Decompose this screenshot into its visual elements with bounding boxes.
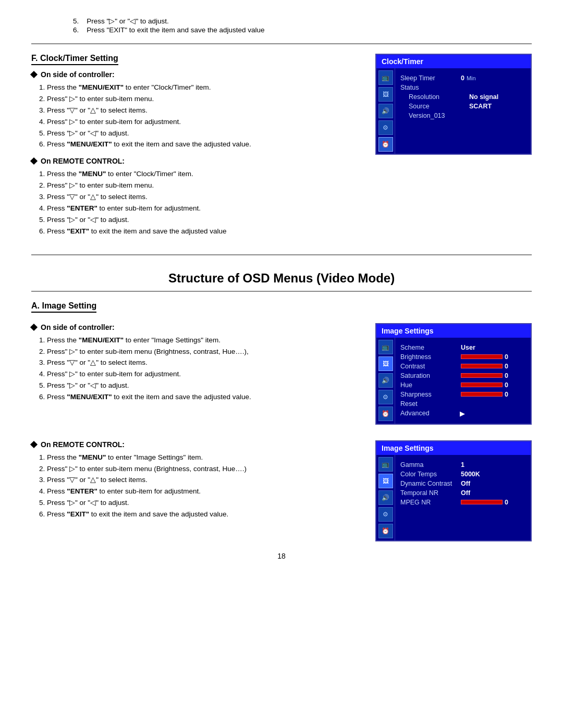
diamond-icon [30, 71, 38, 78]
mpegnr-bar [461, 500, 503, 504]
osd-clock-header: Clock/Timer [376, 55, 531, 68]
osd-icon-clock[interactable]: ⏰ [378, 137, 393, 152]
img-rem-step-2: Press" ▷" to enter sub-item menu (Bright… [47, 464, 360, 474]
image-ctrl-header: On side of controller: [31, 323, 360, 331]
osd-clock-content: Sleep Timer 0 Min Status Resolution No s… [395, 68, 531, 154]
osd-reset-row: Reset [400, 400, 525, 408]
osd-icon-audio2[interactable]: 🔊 [378, 373, 393, 388]
osd-image2-content: Gamma 1 Color Temps 5000K Dynamic Contra… [395, 455, 531, 540]
clock-timer-title: F. Clock/Timer Setting [31, 54, 118, 65]
osd-image1-content: Scheme User Brightness 0 Contrast 0 [395, 338, 531, 424]
remote-header: On REMOTE CONTROL: [31, 157, 360, 165]
osd-icon-clock2[interactable]: ⏰ [378, 406, 393, 421]
osd-temporalnr-row: Temporal NR Off [400, 489, 525, 497]
osd-sidebar: 📺 🖼 🔊 ⚙ ⏰ [376, 68, 395, 154]
video-mode-title: Structure of OSD Menus (Video Mode) [31, 271, 532, 286]
img-ctrl-step-5: Press "▷" or "◁" to adjust. [47, 381, 360, 391]
image-ctrl-row: On side of controller: Press the "MENU/E… [31, 323, 532, 425]
image-osd2: Image Settings 📺 🖼 🔊 ⚙ ⏰ Gamma 1 [375, 440, 532, 541]
osd-brightness-row: Brightness 0 [400, 353, 525, 361]
saturation-bar [461, 373, 503, 378]
clock-timer-section: F. Clock/Timer Setting On side of contro… [31, 54, 532, 242]
contrast-bar [461, 364, 503, 368]
osd-icon-img[interactable]: 🖼 [378, 87, 393, 102]
img-rem-step-5: Press "▷" or "◁" to adjust. [47, 498, 360, 508]
osd-advanced-row: Advanced ▶ [400, 410, 525, 417]
osd-colortemps-row: Color Temps 5000K [400, 471, 525, 478]
osd-icon-setup[interactable]: ⚙ [378, 120, 393, 135]
rem-step-6: Press "EXIT" to exit the item and save t… [47, 227, 360, 237]
osd-icon-clock3[interactable]: ⏰ [378, 524, 393, 538]
ctrl-step-2: Press" ▷" to enter sub-item menu. [47, 94, 360, 104]
top-step6: 6. Press "EXIT" to exit the item and sav… [73, 26, 532, 34]
image-remote-header: On REMOTE CONTROL: [31, 440, 360, 449]
osd-icon-tv[interactable]: 📺 [378, 70, 393, 85]
page-number: 18 [31, 552, 532, 560]
image-ctrl-steps-list: Press the "MENU/EXIT" to enter "Image Se… [47, 336, 360, 402]
brightness-bar [461, 354, 503, 359]
image-remote-steps-list: Press the "MENU" to enter "Image Setting… [47, 453, 360, 520]
osd-image1-header: Image Settings [376, 324, 531, 338]
osd-gamma-row: Gamma 1 [400, 461, 525, 468]
osd-dyncontrast-row: Dynamic Contrast Off [400, 480, 525, 487]
top-instructions: 5. Press "▷" or "◁" to adjust. 6. Press … [31, 17, 532, 34]
osd-icon-tv3[interactable]: 📺 [378, 457, 393, 472]
img-ctrl-step-6: Press "MENU/EXIT" to exit the item and s… [47, 392, 360, 402]
image-setting-section: A. Image Setting On side of controller: … [31, 301, 532, 541]
remote-steps-list: Press the "MENU" to enter "Clock/Timer" … [47, 169, 360, 236]
rem-step-5: Press "▷" or "◁" to adjust. [47, 215, 360, 225]
osd-image2-body: 📺 🖼 🔊 ⚙ ⏰ Gamma 1 Color Temps 50 [376, 455, 531, 540]
osd-saturation-row: Saturation 0 [400, 372, 525, 379]
image-remote-left: On REMOTE CONTROL: Press the "MENU" to e… [31, 440, 360, 525]
image-remote-row: On REMOTE CONTROL: Press the "MENU" to e… [31, 440, 532, 541]
osd-icon-audio3[interactable]: 🔊 [378, 490, 393, 505]
osd-icon-img2[interactable]: 🖼 [378, 356, 393, 371]
osd-scheme-row: Scheme User [400, 344, 525, 351]
video-mode-divider2 [31, 291, 532, 292]
osd-icon-img3[interactable]: 🖼 [378, 474, 393, 488]
diamond-icon-2 [30, 157, 38, 165]
osd-status-details: Resolution No signal Source SCART Versio… [400, 93, 525, 119]
img-rem-step-3: Press "▽" or "△" to select items. [47, 475, 360, 485]
controller-steps-list: Press the "MENU/EXIT" to enter "Clock/Ti… [47, 83, 360, 150]
clock-timer-left: F. Clock/Timer Setting On side of contro… [31, 54, 360, 242]
osd-image1-box: Image Settings 📺 🖼 🔊 ⚙ ⏰ Scheme User [375, 323, 532, 425]
image-osd1: Image Settings 📺 🖼 🔊 ⚙ ⏰ Scheme User [375, 323, 532, 425]
osd-image1-body: 📺 🖼 🔊 ⚙ ⏰ Scheme User Brightness [376, 338, 531, 424]
img-rem-step-6: Press "EXIT" to exit the item and save t… [47, 510, 360, 520]
ctrl-step-5: Press "▷" or "◁" to adjust. [47, 129, 360, 139]
osd-icon-setup3[interactable]: ⚙ [378, 507, 393, 522]
ctrl-step-4: Press" ▷" to enter sub-item for adjustme… [47, 117, 360, 127]
osd-source-row: Source SCART [409, 103, 525, 110]
osd-icon-audio[interactable]: 🔊 [378, 104, 393, 118]
ctrl-step-6: Press "MENU/EXIT" to exit the item and s… [47, 140, 360, 150]
osd-sharpness-row: Sharpness 0 [400, 391, 525, 398]
img-ctrl-step-2: Press" ▷" to enter sub-item menu (Bright… [47, 347, 360, 357]
rem-step-1: Press the "MENU" to enter "Clock/Timer" … [47, 169, 360, 179]
controller-header: On side of controller: [31, 70, 360, 79]
osd-resolution-row: Resolution No signal [409, 93, 525, 101]
diamond-icon-4 [30, 441, 38, 448]
img-ctrl-step-4: Press" ▷" to enter sub-item for adjustme… [47, 369, 360, 379]
diamond-icon-3 [30, 324, 38, 331]
osd-sleep-row: Sleep Timer 0 Min [400, 75, 525, 82]
video-mode-divider [31, 254, 532, 255]
image-ctrl-left: On side of controller: Press the "MENU/E… [31, 323, 360, 408]
top-step5: 5. Press "▷" or "◁" to adjust. [73, 17, 532, 25]
osd-version-row: Version_013 [409, 112, 525, 119]
osd-clock-body: 📺 🖼 🔊 ⚙ ⏰ Sleep Timer 0 Min Stat [376, 68, 531, 154]
rem-step-3: Press "▽" or "△" to select items. [47, 192, 360, 202]
osd-image2-box: Image Settings 📺 🖼 🔊 ⚙ ⏰ Gamma 1 [375, 440, 532, 541]
sharpness-bar [461, 392, 503, 397]
osd-icon-setup2[interactable]: ⚙ [378, 390, 393, 404]
image-setting-title: A. Image Setting [31, 301, 96, 313]
img-rem-step-4: Press "ENTER" to enter sub-item for adju… [47, 487, 360, 497]
osd-image2-sidebar: 📺 🖼 🔊 ⚙ ⏰ [376, 455, 395, 540]
rem-step-4: Press "ENTER" to enter sub-item for adju… [47, 204, 360, 214]
img-rem-step-1: Press the "MENU" to enter "Image Setting… [47, 453, 360, 463]
osd-icon-tv2[interactable]: 📺 [378, 340, 393, 354]
osd-hue-row: Hue 0 [400, 381, 525, 389]
osd-mpegnr-row: MPEG NR 0 [400, 499, 525, 506]
top-divider [31, 43, 532, 44]
osd-image1-sidebar: 📺 🖼 🔊 ⚙ ⏰ [376, 338, 395, 424]
